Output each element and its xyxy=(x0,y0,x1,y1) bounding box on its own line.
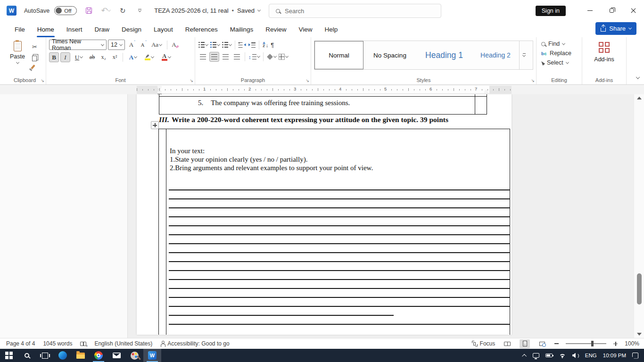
subscript-button[interactable]: x₂ xyxy=(99,52,108,62)
increase-indent-button[interactable] xyxy=(248,42,256,48)
zoom-slider[interactable] xyxy=(566,343,606,344)
zoom-out-button[interactable] xyxy=(554,343,559,344)
select-button[interactable]: Select xyxy=(541,59,579,66)
tab-layout[interactable]: Layout xyxy=(148,21,179,37)
scroll-down-icon[interactable] xyxy=(637,333,642,336)
zoom-level[interactable]: 100% xyxy=(625,340,639,347)
wifi-icon[interactable] xyxy=(559,353,566,358)
grow-font-button[interactable]: Aˆ xyxy=(126,40,136,50)
tab-review[interactable]: Review xyxy=(259,21,292,37)
print-layout-button[interactable] xyxy=(520,339,530,348)
autosave-toggle[interactable]: Off xyxy=(54,6,77,15)
document-page[interactable]: 5.The company was offering free training… xyxy=(137,94,512,335)
language-switcher[interactable]: ENG xyxy=(585,353,597,358)
find-button[interactable]: Find xyxy=(541,41,579,47)
style-heading-2[interactable]: Heading 2 xyxy=(472,41,519,69)
tab-file[interactable]: File xyxy=(8,21,31,37)
document-title[interactable]: TEZA 2025-2026 cl, 11 real Saved xyxy=(154,7,260,14)
style-heading-1[interactable]: Heading 1 xyxy=(416,41,472,69)
show-hide-marks-button[interactable] xyxy=(270,41,274,49)
clock[interactable]: 10:09 PM xyxy=(603,353,626,358)
tab-home[interactable]: Home xyxy=(31,21,60,37)
shrink-font-button[interactable]: Aˇ xyxy=(138,40,148,50)
tab-help[interactable]: Help xyxy=(319,21,344,37)
ruler-bar[interactable]: 1234567 xyxy=(137,86,512,93)
bullets-button[interactable] xyxy=(198,41,208,49)
shading-button[interactable] xyxy=(266,53,277,60)
battery-icon[interactable] xyxy=(545,354,553,357)
file-explorer-taskbar-icon[interactable] xyxy=(72,349,90,362)
align-left-button[interactable] xyxy=(198,52,208,62)
tab-insert[interactable]: Insert xyxy=(60,21,89,37)
read-mode-button[interactable] xyxy=(502,339,512,348)
edge-taskbar-icon[interactable] xyxy=(54,349,72,362)
font-color-button[interactable]: A xyxy=(158,52,174,62)
zoom-slider-thumb[interactable] xyxy=(591,341,594,346)
scroll-up-icon[interactable] xyxy=(637,97,642,99)
clipboard-dialog-launcher[interactable] xyxy=(41,78,44,83)
undo-button[interactable] xyxy=(100,6,111,16)
text-effects-button[interactable]: A xyxy=(126,52,140,62)
multilevel-list-button[interactable] xyxy=(222,41,232,49)
start-taskbar-icon[interactable] xyxy=(0,349,18,362)
bold-button[interactable]: B xyxy=(49,52,59,62)
search-taskbar-icon[interactable] xyxy=(18,349,36,362)
save-button[interactable] xyxy=(83,6,94,16)
strikethrough-button[interactable]: ab xyxy=(87,52,97,62)
word-count[interactable]: 1045 words xyxy=(43,340,72,347)
align-center-button[interactable] xyxy=(209,52,219,62)
action-center-icon[interactable] xyxy=(632,353,638,359)
decrease-indent-button[interactable] xyxy=(238,42,247,48)
tab-view[interactable]: View xyxy=(292,21,318,37)
redo-button[interactable] xyxy=(117,6,128,16)
collapse-ribbon-button[interactable] xyxy=(636,73,639,81)
tab-references[interactable]: References xyxy=(179,21,224,37)
restore-button[interactable] xyxy=(601,0,622,21)
copy-button[interactable] xyxy=(32,56,37,61)
web-layout-button[interactable] xyxy=(537,339,547,348)
superscript-button[interactable]: x² xyxy=(110,52,120,62)
tab-draw[interactable]: Draw xyxy=(89,21,116,37)
paint-taskbar-icon[interactable] xyxy=(125,349,143,362)
mail-taskbar-icon[interactable] xyxy=(107,349,125,362)
tray-expand-icon[interactable] xyxy=(522,354,527,358)
paste-button[interactable]: Paste xyxy=(7,40,28,76)
volume-icon[interactable] xyxy=(572,353,579,358)
styles-dialog-launcher[interactable] xyxy=(531,78,535,83)
word-app-icon[interactable] xyxy=(7,6,17,16)
italic-button[interactable]: I xyxy=(60,52,70,62)
close-button[interactable] xyxy=(622,0,644,21)
align-right-button[interactable] xyxy=(221,52,231,62)
sign-in-button[interactable]: Sign in xyxy=(536,6,566,16)
scrollbar-thumb[interactable] xyxy=(637,273,642,304)
style-normal[interactable]: Normal xyxy=(314,41,363,69)
customize-toolbar-button[interactable] xyxy=(134,6,145,16)
line-spacing-button[interactable] xyxy=(248,54,260,60)
vertical-scrollbar[interactable] xyxy=(634,94,644,338)
minimize-button[interactable] xyxy=(579,0,601,21)
tray-display-icon[interactable] xyxy=(533,353,539,358)
justify-button[interactable] xyxy=(232,52,242,62)
replace-button[interactable]: Replace xyxy=(541,50,579,57)
task-view-taskbar-icon[interactable] xyxy=(36,349,54,362)
addins-button[interactable]: Add-ins xyxy=(594,40,614,76)
cut-button[interactable] xyxy=(32,42,39,51)
share-button[interactable]: Share xyxy=(595,22,636,35)
sort-button[interactable] xyxy=(262,40,269,49)
style-no-spacing[interactable]: No Spacing xyxy=(363,41,416,69)
paragraph-dialog-launcher[interactable] xyxy=(305,78,309,83)
font-dialog-launcher[interactable] xyxy=(190,78,193,83)
zoom-in-button[interactable] xyxy=(613,342,618,346)
word-taskbar-icon[interactable] xyxy=(143,349,161,362)
change-case-button[interactable]: Aa xyxy=(149,40,164,50)
proofing-status-button[interactable] xyxy=(80,342,86,346)
search-input[interactable]: Search xyxy=(269,4,441,18)
tab-design[interactable]: Design xyxy=(116,21,148,37)
format-painter-button[interactable] xyxy=(31,65,35,69)
font-name-select[interactable]: Times New Roman xyxy=(49,40,107,50)
borders-button[interactable] xyxy=(278,53,289,60)
focus-button[interactable]: Focus xyxy=(472,340,495,347)
clear-formatting-button[interactable]: A xyxy=(170,40,180,50)
highlight-color-button[interactable] xyxy=(141,52,157,62)
tab-mailings[interactable]: Mailings xyxy=(224,21,260,37)
